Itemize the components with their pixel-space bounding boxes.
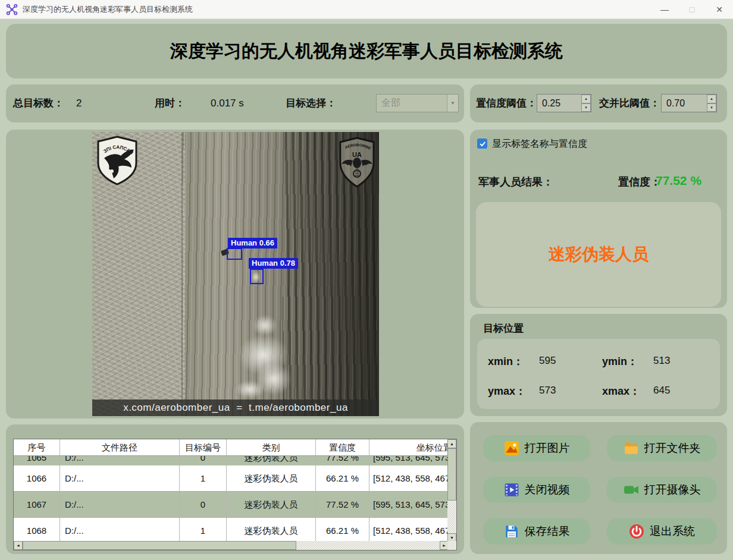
confidence-threshold-spinbox[interactable]: ▲ ▼: [537, 94, 591, 112]
column-header[interactable]: 目标编号: [180, 439, 227, 456]
table-cell[interactable]: D:/...: [60, 465, 180, 492]
elapsed-time-label: 用时：: [155, 84, 185, 122]
column-header[interactable]: 类别: [227, 439, 316, 456]
table-cell[interactable]: [512, 438, 558, 467]: [369, 465, 449, 492]
spin-down-icon[interactable]: ▼: [707, 103, 716, 112]
aerial-image: ЗПІ САПСАНИ AEROBOMBER UA: [92, 132, 379, 416]
table-cell[interactable]: 66.21 %: [316, 465, 369, 492]
badge-ua-text: UA: [352, 151, 362, 158]
detection-label: Human 0.78: [249, 258, 298, 269]
horizontal-scrollbar[interactable]: ◄ ►: [14, 541, 449, 550]
exit-system-label: 退出系统: [650, 524, 695, 539]
table-cell[interactable]: 1066: [14, 465, 60, 492]
confidence-threshold-label: 置信度阈值：: [476, 84, 537, 122]
ymin-label: ymin：: [602, 354, 638, 369]
table-cell[interactable]: 1: [180, 465, 227, 492]
ymax-value: 573: [539, 385, 556, 397]
show-labels-checkbox[interactable]: [477, 139, 487, 149]
thresholds-panel: 置信度阈值： ▲ ▼ 交并比阈值： ▲ ▼: [470, 84, 727, 122]
iou-threshold-spinbox[interactable]: ▲ ▼: [661, 94, 717, 112]
column-header[interactable]: 置信度: [316, 439, 369, 456]
vertical-scrollbar[interactable]: ▲ ▼: [447, 439, 456, 542]
iou-threshold-input[interactable]: [662, 95, 707, 112]
smoke-puff: [253, 315, 277, 336]
table-cell[interactable]: 迷彩伪装人员: [227, 465, 316, 492]
table-cell[interactable]: 66.21 %: [316, 518, 369, 544]
table-cell[interactable]: [595, 513, 645, 573]: [369, 492, 449, 518]
close-button[interactable]: ✕: [706, 0, 733, 19]
table-body: 1066D:/...1迷彩伪装人员66.21 %[512, 438, 558, …: [14, 465, 456, 544]
table-row[interactable]: 1067D:/...0迷彩伪装人员77.52 %[595, 513, 645, …: [14, 492, 456, 518]
actions-panel: 打开图片 打开文件夹 关闭视频: [470, 422, 727, 554]
falcon-unit-badge: ЗПІ САПСАНИ: [96, 136, 139, 185]
table-cell[interactable]: 迷彩伪装人员: [227, 492, 316, 518]
show-labels-label[interactable]: 显示标签名称与置信度: [492, 138, 587, 150]
table-cell[interactable]: [512, 438, 558, 467]: [369, 518, 449, 544]
spin-down-icon[interactable]: ▼: [581, 103, 591, 112]
scrollbar-corner: [447, 541, 456, 550]
total-targets-value: 2: [76, 84, 82, 122]
table-cell[interactable]: D:/...: [60, 518, 180, 544]
table-cell[interactable]: 1068: [14, 518, 60, 544]
table-cell[interactable]: 0: [180, 492, 227, 518]
table-row[interactable]: 1068D:/...1迷彩伪装人员66.21 %[512, 438, 558, …: [14, 518, 456, 544]
open-image-button[interactable]: 打开图片: [483, 435, 590, 461]
maximize-button[interactable]: □: [678, 0, 706, 19]
table-cell[interactable]: 迷彩伪装人员: [227, 518, 316, 544]
scroll-left-icon[interactable]: ◄: [14, 541, 23, 550]
open-camera-button[interactable]: 打开摄像头: [607, 477, 717, 503]
table-cell[interactable]: D:/...: [60, 492, 180, 518]
xmin-value: 595: [539, 355, 556, 367]
exit-system-button[interactable]: 退出系统: [607, 518, 717, 545]
table-cell[interactable]: 0: [180, 456, 227, 465]
position-panel-title: 目标位置: [483, 322, 524, 335]
drone-icon: [6, 4, 18, 15]
scroll-up-icon[interactable]: ▲: [447, 439, 456, 448]
xmin-label: xmin：: [488, 354, 524, 369]
close-video-label: 关闭视频: [525, 482, 570, 498]
target-select-label: 目标选择：: [286, 84, 336, 122]
table-header-row: 序号文件路径目标编号类别置信度坐标位置: [14, 439, 456, 456]
target-position-panel: 目标位置 xmin： 595 ymin： 513 ymax： 573 xmax：…: [470, 314, 727, 416]
watermark-text: x.com/aerobomber_ua = t.me/aerobomber_ua: [92, 399, 379, 416]
xmax-value: 645: [653, 385, 670, 397]
table-cell[interactable]: 迷彩伪装人员: [227, 456, 316, 465]
scrollbar-thumb[interactable]: [23, 541, 296, 550]
spin-up-icon[interactable]: ▲: [707, 95, 716, 103]
spin-up-icon[interactable]: ▲: [581, 95, 591, 103]
elapsed-time-value: 0.017 s: [211, 84, 244, 122]
table-cell[interactable]: 1067: [14, 492, 60, 518]
table-row[interactable]: 1065D:/...0迷彩伪装人员77.52 %[595, 513, 645, …: [14, 456, 456, 465]
target-select-dropdown[interactable]: 全部 ▼: [376, 94, 459, 112]
table-cell[interactable]: 77.52 %: [316, 456, 369, 465]
results-table: 序号文件路径目标编号类别置信度坐标位置 1065D:/...0迷彩伪装人员77.…: [13, 439, 457, 550]
column-header[interactable]: 序号: [14, 439, 60, 456]
table-cell[interactable]: D:/...: [60, 456, 180, 465]
total-targets-label: 总目标数：: [13, 84, 64, 122]
result-label: 军事人员结果：: [478, 175, 553, 189]
open-folder-button[interactable]: 打开文件夹: [607, 435, 717, 461]
save-result-button[interactable]: 保存结果: [483, 518, 590, 545]
table-cell[interactable]: 1065: [14, 456, 60, 465]
column-header[interactable]: 文件路径: [60, 439, 180, 456]
chevron-down-icon[interactable]: ▼: [447, 95, 458, 112]
table-cell[interactable]: 1: [180, 518, 227, 544]
open-folder-label: 打开文件夹: [644, 441, 701, 456]
minimize-button[interactable]: —: [651, 0, 678, 19]
table-row[interactable]: 1066D:/...1迷彩伪装人员66.21 %[512, 438, 558, …: [14, 465, 456, 492]
position-values-box: xmin： 595 ymin： 513 ymax： 573 xmax： 645: [477, 339, 720, 409]
close-video-button[interactable]: 关闭视频: [483, 477, 590, 503]
detection-box: [227, 248, 242, 260]
window-title: 深度学习的无人机视角迷彩军事人员目标检测系统: [23, 4, 193, 15]
save-result-label: 保存结果: [525, 524, 570, 539]
table-cell[interactable]: 77.52 %: [316, 492, 369, 518]
confidence-threshold-input[interactable]: [537, 95, 581, 112]
column-header[interactable]: 坐标位置: [369, 439, 449, 456]
detection-label: Human 0.66: [228, 238, 277, 248]
table-cell[interactable]: [595, 513, 645, 573]: [369, 456, 449, 465]
header-panel: 深度学习的无人机视角迷彩军事人员目标检测系统: [6, 24, 727, 78]
camera-icon: [624, 482, 639, 498]
titlebar: 深度学习的无人机视角迷彩军事人员目标检测系统 — □ ✕: [0, 0, 733, 19]
scrollbar-thumb[interactable]: [447, 448, 456, 501]
power-icon: [629, 524, 644, 539]
